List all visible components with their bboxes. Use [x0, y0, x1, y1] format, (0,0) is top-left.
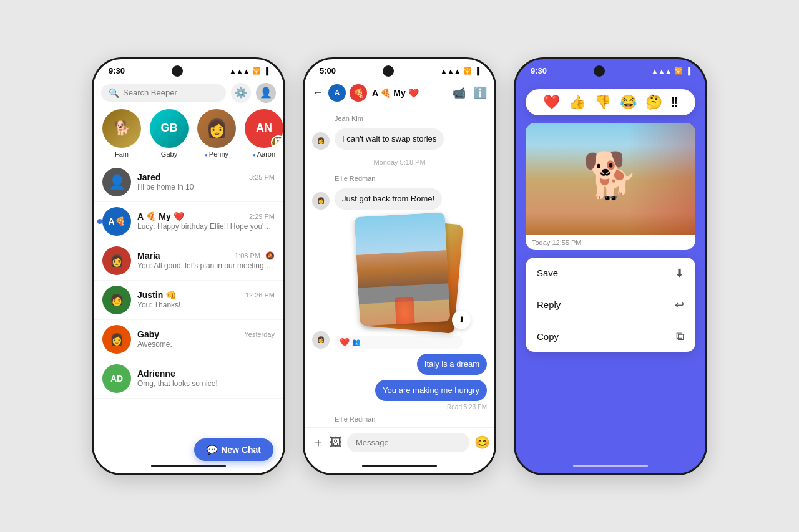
- profile-avatar-button[interactable]: 👤: [256, 83, 276, 103]
- status-time-2: 5:00: [320, 66, 336, 75]
- image-reaction-row: ❤️ 👥: [335, 336, 463, 349]
- react-exclaim-button[interactable]: ‼️: [671, 94, 678, 110]
- chat-time-justin: 12:26 PM: [245, 291, 275, 299]
- story-label-aaron: Aaron: [253, 150, 275, 158]
- chat-item-adrienne[interactable]: AD Adrienne Omg, that looks so nice!: [94, 359, 283, 399]
- context-menu-copy[interactable]: Copy ⧉: [526, 321, 695, 352]
- phone1-content: 🔍 ⚙️ 👤 🐕 Welcome to blue bubbles! Fam GB…: [94, 79, 283, 461]
- italy-photo-stack: ⬇: [357, 215, 463, 333]
- add-attachment-button[interactable]: ＋: [312, 434, 325, 451]
- chat-time-jared: 3:25 PM: [249, 173, 275, 181]
- new-chat-label: New Chat: [221, 445, 261, 455]
- chat-name-mygroup: A 🍕 My ❤️: [137, 211, 184, 221]
- chat-item-jared[interactable]: 👤 Jared 3:25 PM I'll be home in 10: [94, 163, 283, 202]
- emoji-button[interactable]: 😊: [474, 435, 490, 450]
- info-button[interactable]: ℹ️: [473, 86, 487, 100]
- phone2-content: ← A 🍕 A 🍕 My ❤️ 📹 ℹ️ Jean Kim 👩 I can't …: [305, 79, 494, 461]
- photo-front: [355, 212, 451, 326]
- react-laugh-button[interactable]: 😂: [620, 94, 637, 110]
- photo-buildings: [356, 250, 449, 288]
- back-button[interactable]: ←: [312, 86, 323, 99]
- chat-info-adrienne: Adrienne Omg, that looks so nice!: [137, 369, 275, 388]
- react-thumbsup-button[interactable]: 👍: [569, 94, 586, 110]
- chat-header-name: A 🍕 My ❤️: [372, 88, 447, 98]
- chat-info-justin: Justin 👊 12:26 PM You: Thanks!: [137, 290, 275, 309]
- context-menu: Save ⬇ Reply ↩ Copy ⧉: [526, 258, 695, 352]
- chat-info-mygroup: A 🍕 My ❤️ 2:29 PM Lucy: Happy birthday E…: [137, 211, 275, 231]
- dog-photo: 🐕 🕶️: [526, 123, 695, 235]
- home-indicator-3: [573, 465, 648, 467]
- story-avatar-gaby: GB: [150, 109, 189, 148]
- mute-icon-maria: 🔕: [265, 251, 275, 260]
- react-thinking-button[interactable]: 🤔: [645, 94, 662, 110]
- search-input[interactable]: [123, 88, 218, 97]
- status-bar-2: 5:00 ▲▲▲ 🛜 ▐: [305, 59, 494, 79]
- wifi-icon: 🛜: [252, 67, 261, 75]
- video-call-button[interactable]: 📹: [452, 86, 466, 100]
- chat-name-maria: Maria: [137, 251, 160, 261]
- msg-bubble-1[interactable]: I can't wait to swap stories: [335, 128, 444, 150]
- msg-bubble-sent-2[interactable]: You are making me hungry: [375, 380, 487, 401]
- chat-name-justin: Justin 👊: [137, 290, 176, 300]
- story-label-fam: Fam: [115, 150, 129, 158]
- story-item-gaby[interactable]: GB Gaby: [150, 109, 189, 158]
- image-message: ⬇ ❤️ 👥: [335, 215, 463, 349]
- msg-sender-jean: Jean Kim: [312, 115, 487, 122]
- msg-read-info: Read 5:23 PM: [312, 404, 487, 410]
- msg-row-image: 👩 ⬇: [312, 215, 487, 349]
- search-icon: 🔍: [109, 88, 119, 98]
- photo-sky: [355, 212, 447, 255]
- copy-icon: ⧉: [676, 330, 684, 343]
- status-bar-3: 9:30 ▲▲▲ 🛜 ▐: [516, 59, 705, 79]
- story-item-penny[interactable]: 👩 Penny: [197, 109, 236, 158]
- chat-avatar-justin: 🧑: [102, 286, 131, 314]
- chat-time-mygroup: 2:29 PM: [249, 213, 275, 220]
- msg-bubble-3[interactable]: Just got back from Rome!: [335, 188, 442, 210]
- messages-area: Jean Kim 👩 I can't wait to swap stories …: [305, 107, 494, 427]
- chat-item-mygroup[interactable]: A🍕 A 🍕 My ❤️ 2:29 PM Lucy: Happy birthda…: [94, 202, 283, 241]
- react-heart-button[interactable]: ❤️: [543, 94, 560, 110]
- battery-icon-3: ▐: [685, 67, 690, 75]
- header-avatars: A 🍕: [328, 84, 367, 102]
- search-input-wrap[interactable]: 🔍: [101, 84, 226, 102]
- context-menu-reply[interactable]: Reply ↩: [526, 289, 695, 321]
- chat-preview-jared: I'll be home in 10: [137, 183, 275, 191]
- story-avatar-fam: 🐕 Welcome to blue bubbles!: [102, 109, 141, 148]
- chat-preview-mygroup: Lucy: Happy birthday Ellie!! Hope you've…: [137, 222, 275, 231]
- story-item-fam[interactable]: 🐕 Welcome to blue bubbles! Fam: [102, 109, 141, 158]
- chat-preview-gaby2: Awesome.: [137, 340, 275, 349]
- msg-sender-ellie: Ellie Redman: [312, 175, 487, 182]
- chat-avatar-jared: 👤: [102, 168, 131, 196]
- message-input[interactable]: [347, 433, 469, 452]
- phone-2: 5:00 ▲▲▲ 🛜 ▐ ← A 🍕 A 🍕 My ❤️ 📹 ℹ️ Jean K…: [303, 57, 496, 475]
- status-bar-1: 9:30 ▲▲▲ 🛜 ▐: [94, 59, 283, 79]
- reply-label: Reply: [537, 299, 561, 310]
- msg-row-1: 👩 I can't wait to swap stories: [312, 128, 487, 150]
- chat-header: ← A 🍕 A 🍕 My ❤️ 📹 ℹ️: [305, 79, 494, 107]
- new-chat-button[interactable]: 💬 New Chat: [194, 438, 273, 461]
- chat-item-gaby2[interactable]: 👩 Gaby Yesterday Awesome.: [94, 320, 283, 359]
- settings-button[interactable]: ⚙️: [231, 83, 251, 103]
- chat-info-maria: Maria 1:08 PM 🔕 You: All good, let's pla…: [137, 251, 275, 270]
- notch-2: [383, 65, 394, 77]
- unread-dot-mygroup: [97, 219, 102, 224]
- msg-bubble-sent-1[interactable]: Italy is a dream: [417, 354, 487, 375]
- react-thumbsdown-button[interactable]: 👎: [594, 94, 611, 110]
- chat-preview-maria: You: All good, let's plan in our meeting…: [137, 261, 275, 270]
- download-image-button[interactable]: ⬇: [452, 311, 471, 329]
- chat-name-jared: Jared: [137, 172, 160, 182]
- chat-list: 👤 Jared 3:25 PM I'll be home in 10 A🍕 A …: [94, 163, 283, 461]
- sunglasses-emoji: 🕶️: [604, 191, 617, 205]
- gallery-button[interactable]: 🖼: [330, 435, 342, 450]
- chat-item-justin[interactable]: 🧑 Justin 👊 12:26 PM You: Thanks!: [94, 281, 283, 320]
- msg-avatar-jean: 👩: [312, 132, 330, 150]
- story-item-aaron[interactable]: AN 🖼 Aaron: [245, 109, 283, 158]
- context-menu-save[interactable]: Save ⬇: [526, 258, 695, 289]
- wifi-icon-3: 🛜: [674, 67, 683, 75]
- phone-1: 9:30 ▲▲▲ 🛜 ▐ 🔍 ⚙️ 👤 🐕 Welcome to blue bu…: [92, 57, 285, 475]
- chat-item-maria[interactable]: 👩 Maria 1:08 PM 🔕 You: All good, let's p…: [94, 241, 283, 281]
- battery-icon: ▐: [263, 67, 268, 75]
- msg-row-sent-1: Italy is a dream: [312, 354, 487, 375]
- stories-row: 🐕 Welcome to blue bubbles! Fam GB Gaby 👩…: [94, 107, 283, 163]
- chat-header-icons: 📹 ℹ️: [452, 86, 487, 100]
